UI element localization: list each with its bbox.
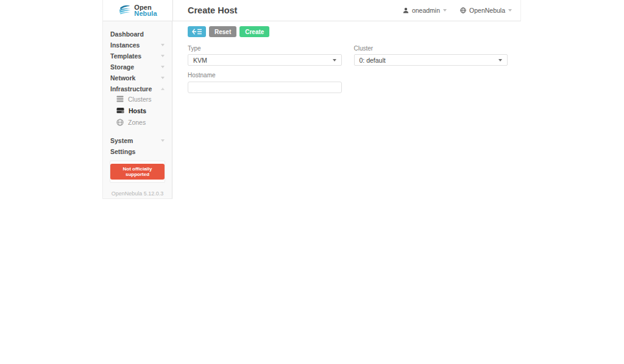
- page-title: Create Host: [188, 5, 237, 15]
- cluster-label: Cluster: [354, 45, 508, 52]
- zone-menu[interactable]: OpenNebula: [460, 7, 512, 14]
- sidebar-subitem-label: Clusters: [128, 96, 152, 103]
- hard-drive-icon: [116, 107, 124, 114]
- sidebar-item-label: Storage: [110, 63, 134, 71]
- opennebula-logo[interactable]: Open Nebula: [103, 0, 173, 21]
- version-label: OpenNebula 5.12.0.3: [103, 191, 172, 197]
- sidebar-item-label: Network: [110, 74, 135, 82]
- sidebar-subitem-label: Hosts: [129, 107, 146, 114]
- sidebar-item-label: Infrastructure: [110, 85, 152, 93]
- sidebar-item-network[interactable]: Network: [103, 72, 172, 83]
- sidebar-item-dashboard[interactable]: Dashboard: [103, 29, 172, 40]
- sunstone-app: Open Nebula Create Host oneadmin: [102, 0, 521, 21]
- reset-button[interactable]: Reset: [209, 26, 236, 37]
- sidebar-item-settings[interactable]: Settings: [103, 146, 172, 157]
- brand-line2: Nebula: [134, 10, 157, 16]
- chevron-down-icon: [161, 77, 165, 79]
- globe-icon: [460, 7, 466, 13]
- toolbar: Reset Create: [188, 26, 506, 37]
- hostname-label: Hostname: [188, 72, 342, 79]
- sidebar-item-storage[interactable]: Storage: [103, 61, 172, 72]
- create-host-form: Reset Create Type KVM Cluster 0: default…: [173, 21, 521, 98]
- chevron-up-icon: [161, 88, 165, 90]
- chevron-down-icon: [161, 139, 165, 142]
- type-select-value: KVM: [193, 57, 207, 64]
- back-to-list-icon: [192, 29, 202, 35]
- sidebar: Dashboard Instances Templates Storage Ne…: [102, 21, 172, 199]
- chevron-down-icon: [333, 59, 336, 61]
- type-field: Type KVM: [188, 45, 342, 66]
- cluster-field: Cluster 0: default: [354, 45, 508, 66]
- chevron-down-icon: [161, 44, 165, 46]
- sidebar-item-zones[interactable]: Zones: [103, 116, 172, 128]
- sidebar-item-label: Settings: [110, 148, 135, 155]
- cloud-logo-icon: [118, 4, 132, 16]
- sidebar-item-label: Instances: [110, 41, 140, 49]
- chevron-down-icon: [161, 55, 165, 57]
- top-bar: Open Nebula Create Host oneadmin: [102, 0, 521, 21]
- header-right: oneadmin OpenNebula: [403, 7, 512, 14]
- server-stack-icon: [116, 96, 124, 102]
- sidebar-item-hosts[interactable]: Hosts: [103, 105, 172, 116]
- sidebar-item-label: Dashboard: [110, 30, 144, 38]
- chevron-down-icon: [498, 59, 502, 61]
- user-menu[interactable]: oneadmin: [403, 7, 447, 14]
- cluster-select-value: 0: default: [360, 57, 386, 64]
- cluster-select[interactable]: 0: default: [354, 54, 508, 66]
- create-button[interactable]: Create: [239, 26, 269, 37]
- back-to-list-button[interactable]: [188, 26, 206, 37]
- form-grid: Type KVM Cluster 0: default Hostname: [188, 45, 508, 93]
- globe-icon: [116, 119, 124, 126]
- support-card: Not officially supported: [110, 161, 165, 183]
- hostname-input[interactable]: [188, 82, 342, 93]
- sidebar-item-system[interactable]: System: [103, 135, 172, 146]
- sidebar-item-label: System: [110, 137, 133, 144]
- infrastructure-submenu: Clusters Hosts Zones: [103, 93, 172, 130]
- type-select[interactable]: KVM: [188, 54, 342, 66]
- chevron-down-icon: [443, 9, 447, 12]
- hostname-field: Hostname: [188, 72, 342, 93]
- user-menu-label: oneadmin: [412, 7, 440, 14]
- sidebar-item-label: Templates: [110, 52, 141, 60]
- chevron-down-icon: [161, 66, 165, 68]
- header-main: Create Host oneadmin OpenN: [173, 0, 520, 21]
- brand-text: Open Nebula: [134, 4, 157, 16]
- chevron-down-icon: [508, 9, 512, 12]
- sidebar-item-templates[interactable]: Templates: [103, 51, 172, 61]
- user-icon: [403, 7, 409, 13]
- not-officially-supported-button[interactable]: Not officially supported: [110, 164, 165, 180]
- type-label: Type: [188, 45, 342, 52]
- sidebar-item-instances[interactable]: Instances: [103, 40, 172, 51]
- zone-menu-label: OpenNebula: [469, 7, 505, 14]
- sidebar-item-clusters[interactable]: Clusters: [103, 93, 172, 105]
- sidebar-subitem-label: Zones: [128, 119, 146, 126]
